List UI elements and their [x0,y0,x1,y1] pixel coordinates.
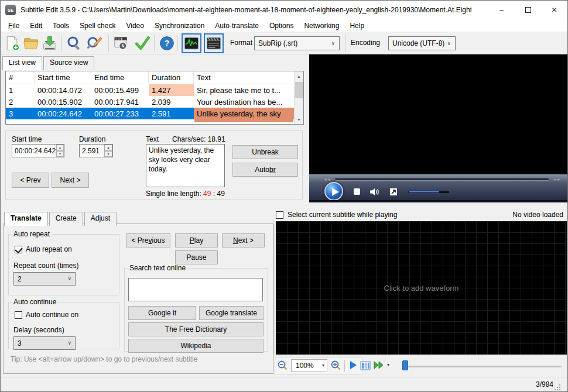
waveform-zoom-select[interactable]: 100%▾ [291,359,327,372]
column-duration[interactable]: Duration [149,71,194,84]
auto-continue-group: Auto continue Auto continue on Delay (se… [8,298,119,349]
tip-text: Tip: Use <alt+arrow up/down> to go to pr… [11,355,197,363]
tab-adjust[interactable]: Adjust [84,212,117,226]
waveform-columns-button[interactable] [360,360,371,373]
menu-file[interactable]: File [3,20,25,31]
column-end-time[interactable]: End time [91,71,149,84]
find-button[interactable] [65,34,84,53]
toggle-video-button[interactable] [204,33,224,53]
mute-button[interactable] [369,188,380,196]
auto-repeat-checkbox[interactable]: Auto repeat on [15,245,72,253]
toggle-waveform-button[interactable] [182,33,201,53]
menu-tools[interactable]: Tools [47,20,74,31]
table-row-selected[interactable]: 3 00:00:24.642 00:00:27.233 2.591 Unlike… [6,108,303,119]
duration-warning-cell: 1.427 [149,84,194,96]
column-text[interactable]: Text [194,71,303,84]
open-file-button[interactable] [22,34,40,53]
stop-button[interactable] [354,188,360,195]
resize-grip-icon[interactable] [555,389,556,390]
spin-up-icon[interactable]: ▲ [56,145,64,151]
spin-up-icon[interactable]: ▲ [104,145,112,151]
table-row[interactable]: 2 00:00:15.902 00:00:17.941 2.039 Your d… [6,96,303,108]
duration-spinner[interactable]: 2.591 ▲▼ [79,144,113,157]
play-button[interactable]: Play [175,233,218,247]
save-button[interactable] [40,34,59,53]
slider-thumb[interactable] [402,360,408,370]
play-pause-button[interactable] [324,182,343,201]
menu-options[interactable]: Options [264,20,299,31]
search-text-input[interactable] [128,278,263,301]
previous-button[interactable]: < Previous [126,233,170,247]
svg-text:?: ? [164,39,169,48]
volume-slider[interactable] [408,191,449,193]
repeat-count-select[interactable]: 2∨ [13,272,76,286]
table-scrollbar[interactable]: ▲ ▼ [294,71,303,124]
start-time-spinner[interactable]: 00:00:24.642 ▲▼ [12,144,64,157]
prev-subtitle-button[interactable]: < Prev [12,173,49,188]
waveform-play-button[interactable] [348,360,358,372]
pause-button[interactable]: Pause [175,250,218,264]
scroll-down-icon[interactable]: ▼ [295,115,303,124]
checkbox-checked-icon [15,246,22,253]
column-start-time[interactable]: Start time [35,71,91,84]
free-dictionary-button[interactable]: The Free Dictionary [128,322,264,336]
chevron-down-icon[interactable]: ▾ [387,362,389,367]
scroll-up-icon[interactable]: ▲ [295,71,303,81]
single-line-length: Single line length: 49 : 49 [146,190,225,198]
spin-down-icon[interactable]: ▼ [56,151,64,157]
seek-forward-icon[interactable]: ►► [553,177,560,181]
visual-sync-button[interactable] [112,34,131,53]
menu-networking[interactable]: Networking [299,20,344,31]
waveform-position-slider[interactable] [403,366,562,367]
unbreak-button[interactable]: Unbreak [232,145,298,159]
column-number[interactable]: # [6,71,35,84]
table-header: # Start time End time Duration Text [6,71,303,84]
seek-bar[interactable] [335,178,549,180]
close-icon: ✕ [551,6,557,14]
maximize-button[interactable] [515,1,541,19]
delay-select[interactable]: 3∨ [13,336,76,350]
toolbar-separator [154,35,155,51]
fullscreen-button[interactable] [389,188,398,196]
wikipedia-button[interactable]: Wikipedia [128,339,264,353]
format-select[interactable]: SubRip (.srt)∨ [254,36,340,50]
checkbox-unchecked-icon[interactable] [276,211,283,219]
waveform-area[interactable]: Click to add waveform [276,221,567,355]
menu-synchronization[interactable]: Synchronization [149,20,210,31]
menu-edit[interactable]: Edit [25,20,47,31]
menu-video[interactable]: Video [121,20,149,31]
menu-spell-check[interactable]: Spell check [74,20,121,31]
scrollbar-thumb[interactable] [295,82,303,98]
menu-auto-translate[interactable]: Auto-translate [210,20,264,31]
spell-check-button[interactable] [133,34,152,53]
close-button[interactable]: ✕ [541,1,567,19]
help-button[interactable]: ? [158,34,176,53]
google-translate-button[interactable]: Google translate [199,306,264,320]
table-row[interactable]: 1 00:00:14.072 00:00:15.499 1.427 Sir, p… [6,84,303,96]
waveform-ff-button[interactable] [373,360,386,372]
tab-translate[interactable]: Translate [4,212,48,226]
fullscreen-icon [389,188,398,196]
tab-create[interactable]: Create [49,212,83,226]
subtitle-text-input[interactable]: Unlike yesterday, the sky looks very cle… [146,144,225,187]
minimize-button[interactable]: – [488,1,515,19]
google-it-button[interactable]: Google it [128,306,196,320]
play-icon [348,360,358,370]
auto-br-button[interactable]: Auto br [232,163,298,177]
tab-source-view[interactable]: Source view [43,56,94,70]
waveform-zoom-in-button[interactable] [330,360,342,373]
encoding-select[interactable]: Unicode (UTF-8)∨ [388,36,456,50]
spin-down-icon[interactable]: ▼ [104,151,112,157]
menu-help[interactable]: Help [344,20,369,31]
replace-button[interactable] [85,34,104,53]
seek-back-icon[interactable]: ◄◄ [323,177,330,181]
tab-list-view[interactable]: List view [2,56,42,70]
new-file-button[interactable] [3,34,22,53]
next-subtitle-button[interactable]: Next > [52,173,89,188]
video-player[interactable]: ◄◄ ►► [309,54,568,202]
next-button[interactable]: Next > [222,233,265,247]
auto-continue-checkbox[interactable]: Auto continue on [15,311,78,319]
waveform-zoom-out-button[interactable] [277,360,289,373]
columns-icon [360,360,371,371]
auto-repeat-title: Auto repeat [12,230,52,238]
